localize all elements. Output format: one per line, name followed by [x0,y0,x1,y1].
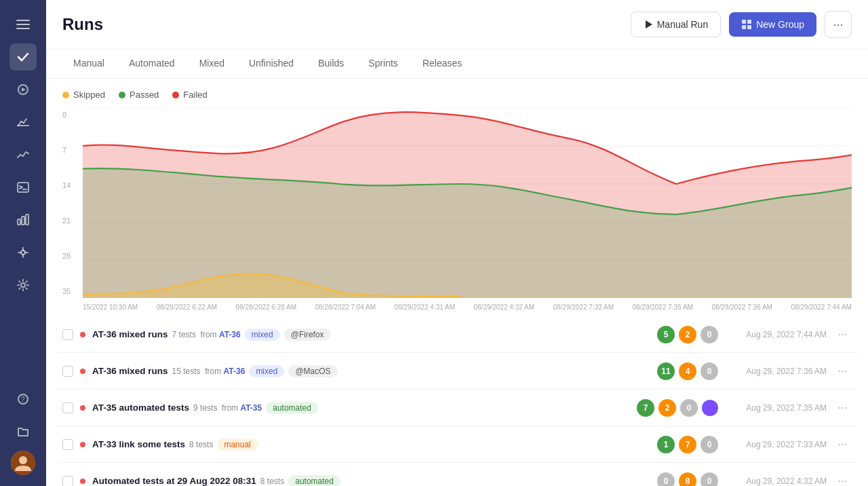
sidebar-item-analytics[interactable] [9,109,37,136]
run-time: Aug 29, 2022 7:33 AM [725,440,827,449]
legend-dot-failed [172,92,179,98]
svg-marker-19 [646,20,652,29]
run-info: Automated tests at 29 Aug 2022 08:31 8 t… [92,475,650,487]
new-group-button[interactable]: New Group [729,12,816,37]
sidebar-item-charts[interactable] [9,206,37,233]
run-badges: 0 8 0 [657,472,718,487]
y-axis: 35 28 21 14 7 0 [62,108,75,298]
table-row: AT-33 link some tests 8 tests manual 1 7… [57,426,857,463]
table-row: AT-35 automated tests 9 tests from AT-35… [57,390,857,426]
sidebar: ? [0,0,46,486]
svg-rect-1 [16,24,30,25]
run-more-button[interactable]: ··· [833,398,852,417]
run-more-button[interactable]: ··· [833,434,852,454]
svg-point-13 [21,250,25,255]
run-meta: 15 tests from AT-36 [172,367,245,376]
table-row: AT-36 mixed runs 15 tests from AT-36 mix… [57,353,857,390]
run-meta: 9 tests from AT-35 [193,403,262,413]
badge-passed: 1 [657,436,675,453]
svg-rect-10 [18,219,20,225]
sidebar-menu-icon[interactable] [9,11,37,38]
svg-rect-0 [16,20,30,21]
sidebar-item-integrations[interactable] [9,239,37,266]
svg-rect-22 [742,25,746,29]
run-badges: 5 2 0 [657,326,718,343]
tab-unfinished[interactable]: Unfinished [238,50,304,78]
table-row: Automated tests at 29 Aug 2022 08:31 8 t… [57,463,857,486]
sidebar-item-terminal[interactable] [9,174,37,201]
run-tag: mixed [245,329,280,341]
run-info: AT-36 mixed runs 15 tests from AT-36 mix… [92,365,650,377]
legend-dot-passed [119,92,125,98]
badge-skipped: 0 [701,436,718,453]
run-status-dot [80,369,85,374]
sidebar-item-check[interactable] [9,43,37,71]
run-status-dot [80,332,85,337]
run-info: AT-36 mixed runs 7 tests from AT-36 mixe… [92,329,650,341]
badge-passed: 5 [657,326,675,343]
legend-skipped: Skipped [62,90,105,100]
badge-failed: 2 [658,399,676,417]
run-name: Automated tests at 29 Aug 2022 08:31 [92,476,256,486]
badge-skipped: 0 [701,472,718,487]
run-tag: automated [288,475,340,487]
row-checkbox[interactable] [62,403,73,413]
new-group-label: New Group [756,19,804,30]
run-name: AT-35 automated tests [92,403,189,413]
page-title: Runs [62,15,623,34]
badge-passed: 11 [657,362,675,380]
svg-marker-4 [22,88,26,92]
svg-rect-21 [747,20,751,24]
sidebar-item-trends[interactable] [9,141,37,168]
tab-releases[interactable]: Releases [412,50,473,78]
tab-builds[interactable]: Builds [307,50,355,78]
row-checkbox[interactable] [62,329,73,340]
svg-rect-23 [747,25,751,29]
run-time: Aug 29, 2022 7:35 AM [725,403,827,413]
run-tag: mixed [249,365,284,377]
svg-rect-12 [26,214,28,225]
run-env: @MacOS [288,365,337,377]
main-content: Runs Manual Run New Group ··· Manual Aut… [46,0,868,486]
chart-container: 35 28 21 14 7 0 [62,108,852,298]
badge-skipped: 0 [680,399,698,417]
legend-label-failed: Failed [183,90,207,100]
legend-dot-skipped [62,92,69,98]
manual-run-button[interactable]: Manual Run [631,12,722,37]
run-status-dot [80,405,85,411]
tab-manual[interactable]: Manual [62,50,115,78]
svg-point-14 [21,283,25,287]
run-more-button[interactable]: ··· [833,361,852,381]
run-more-button[interactable]: ··· [833,471,852,486]
sidebar-item-settings[interactable] [9,272,37,299]
run-name: AT-36 mixed runs [92,366,168,376]
svg-rect-2 [16,28,30,29]
run-meta: 7 tests from AT-36 [172,330,241,339]
badge-failed: 7 [679,436,696,453]
badge-passed: 0 [657,472,675,487]
legend-failed: Failed [172,90,207,100]
sidebar-item-runs[interactable] [9,76,37,103]
tab-sprints[interactable]: Sprints [357,50,409,78]
chart-svg [83,108,852,298]
run-status-dot [80,479,85,484]
more-options-button[interactable]: ··· [825,11,852,38]
svg-line-7 [24,119,26,123]
run-more-button[interactable]: ··· [833,324,852,344]
sidebar-item-folders[interactable] [9,418,37,445]
run-time: Aug 29, 2022 4:32 AM [725,476,827,486]
svg-rect-20 [742,20,746,24]
run-time: Aug 29, 2022 7:44 AM [725,330,827,339]
row-checkbox[interactable] [62,439,73,450]
avatar[interactable] [11,451,35,475]
sidebar-item-help[interactable]: ? [9,386,37,413]
tab-automated[interactable]: Automated [118,50,186,78]
svg-text:?: ? [21,396,25,403]
row-checkbox[interactable] [62,476,73,487]
run-info: AT-35 automated tests 9 tests from AT-35… [92,402,630,414]
legend-label-passed: Passed [130,90,159,100]
tab-mixed[interactable]: Mixed [189,50,235,78]
run-badges: 7 2 0 [637,399,718,417]
row-checkbox[interactable] [62,366,73,377]
grid-plus-icon [741,19,752,30]
